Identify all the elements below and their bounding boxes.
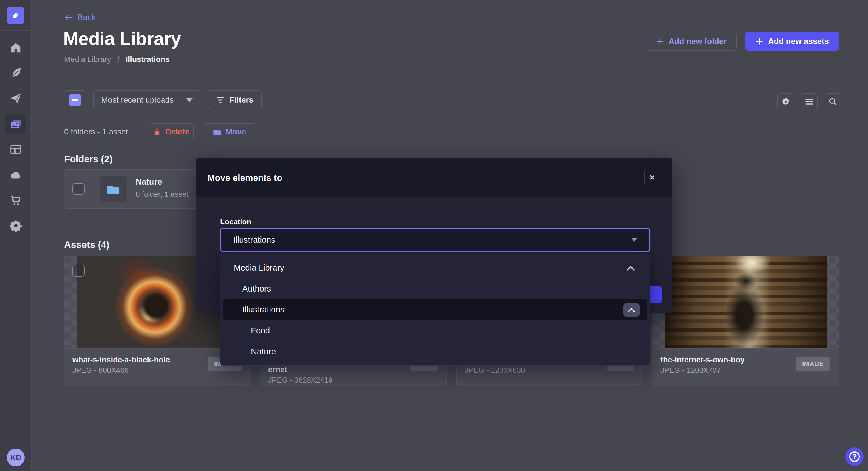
- settings-gear-icon: [781, 97, 791, 106]
- folder-name: Nature: [136, 177, 162, 187]
- sidebar-item-home[interactable]: [5, 38, 26, 58]
- feather-icon: [9, 66, 23, 79]
- asset-card-internets-own-boy[interactable]: the-internet-s-own-boy JPEG - 1200X707 I…: [652, 256, 839, 386]
- user-avatar[interactable]: KD: [7, 448, 25, 466]
- asset-title: what-s-inside-a-black-hole: [72, 356, 170, 365]
- asset-card-footer: the-internet-s-own-boy JPEG - 1200X707 I…: [652, 348, 839, 386]
- location-select-value: Illustrations: [233, 235, 275, 245]
- sidebar-item-marketplace[interactable]: [5, 190, 26, 210]
- breadcrumb-separator: /: [117, 55, 120, 64]
- add-new-folder-button[interactable]: Add new folder: [646, 32, 737, 51]
- sidebar-item-content-type-builder[interactable]: [5, 139, 26, 159]
- assets-heading: Assets (4): [64, 239, 110, 250]
- close-icon: [648, 174, 656, 181]
- dropdown-option-food[interactable]: Food: [223, 320, 647, 341]
- home-icon: [9, 41, 23, 54]
- dropdown-option-media-library[interactable]: Media Library: [223, 257, 647, 278]
- strapi-logo-icon: [10, 10, 21, 21]
- layout-icon: [9, 143, 23, 156]
- plus-icon: [656, 37, 664, 45]
- asset-title: the-internet-s-own-boy: [660, 356, 744, 365]
- breadcrumb: Media Library / Illustrations: [64, 55, 169, 64]
- search-button[interactable]: [825, 93, 841, 110]
- modal-header: Move elements to: [196, 158, 672, 197]
- select-all-checkbox[interactable]: [64, 91, 86, 109]
- dropdown-option-label: Illustrations: [242, 305, 284, 314]
- paper-plane-icon: [9, 92, 23, 105]
- folder-thumbnail: [100, 176, 127, 202]
- add-new-folder-label: Add new folder: [669, 37, 726, 46]
- chevron-down-icon: [631, 238, 637, 241]
- chevron-down-icon: [186, 98, 192, 102]
- folder-checkbox[interactable]: [72, 183, 85, 195]
- move-label: Move: [226, 127, 246, 136]
- folder-icon: [107, 183, 120, 195]
- library-photo-image: [665, 257, 827, 348]
- dropdown-option-illustrations[interactable]: Illustrations: [223, 299, 647, 320]
- media-library-screen: KD Back Media Library Media Library / Il…: [0, 0, 868, 471]
- page-title: Media Library: [63, 28, 181, 49]
- asset-checkbox[interactable]: [72, 265, 85, 276]
- filters-button[interactable]: Filters: [208, 91, 261, 109]
- asset-title: ernet: [268, 365, 287, 374]
- location-label: Location: [220, 217, 251, 226]
- dropdown-option-nature[interactable]: Nature: [223, 341, 647, 362]
- cloud-icon: [9, 168, 23, 181]
- breadcrumb-parent[interactable]: Media Library: [64, 55, 111, 64]
- back-link[interactable]: Back: [64, 13, 96, 22]
- plus-icon: [755, 37, 764, 45]
- chevron-up-icon: [627, 307, 636, 313]
- move-button[interactable]: Move: [204, 124, 255, 140]
- sidebar-item-settings[interactable]: [5, 216, 26, 236]
- filters-label: Filters: [229, 95, 253, 105]
- view-settings-button[interactable]: [777, 93, 794, 110]
- folders-heading: Folders (2): [64, 154, 113, 165]
- delete-label: Delete: [165, 127, 189, 136]
- sort-dropdown[interactable]: Most recent uploads: [93, 91, 200, 109]
- list-view-icon: [805, 98, 814, 106]
- asset-meta: JPEG - 800X466: [72, 366, 128, 375]
- back-label: Back: [77, 13, 96, 22]
- sidebar-item-content[interactable]: [5, 63, 26, 83]
- asset-type-badge: IMAGE: [796, 357, 830, 371]
- trash-icon: [153, 128, 161, 136]
- dropdown-option-label: Media Library: [234, 263, 284, 273]
- dropdown-option-label: Authors: [242, 284, 271, 294]
- dropdown-option-authors[interactable]: Authors: [223, 278, 647, 299]
- collapse-children-button[interactable]: [623, 303, 640, 317]
- sidebar-divider: [0, 30, 32, 31]
- sidebar-item-releases[interactable]: [5, 89, 26, 108]
- indeterminate-checkbox-icon: [69, 94, 81, 106]
- add-new-assets-label: Add new assets: [768, 37, 829, 46]
- folder-meta: 0 folder, 1 asset: [136, 190, 189, 199]
- filter-icon: [216, 96, 225, 104]
- dropdown-option-label: Nature: [251, 347, 276, 357]
- header-actions: Add new folder Add new assets: [646, 32, 839, 51]
- sidebar-item-cloud[interactable]: [5, 165, 26, 185]
- asset-meta: JPEG - 1200X707: [660, 366, 721, 375]
- asset-meta: JPEG - 3628X2419: [268, 376, 333, 384]
- back-arrow-icon: [64, 14, 73, 21]
- modal-title: Move elements to: [208, 173, 282, 183]
- list-view-button[interactable]: [801, 93, 818, 110]
- help-button[interactable]: ?: [845, 447, 864, 466]
- asset-meta: JPEG - 1200X630: [465, 366, 525, 375]
- cart-icon: [9, 194, 23, 207]
- chevron-up-icon[interactable]: [626, 265, 636, 271]
- images-icon: [9, 117, 23, 131]
- location-select[interactable]: Illustrations: [220, 228, 650, 252]
- sidebar-item-media-library[interactable]: [5, 114, 26, 134]
- add-new-assets-button[interactable]: Add new assets: [745, 32, 839, 51]
- asset-thumbnail: [652, 257, 839, 348]
- location-dropdown: Media Library Authors Illustrations Food…: [220, 254, 650, 366]
- dropdown-option-label: Food: [251, 326, 270, 335]
- search-icon: [828, 97, 838, 106]
- close-modal-button[interactable]: [644, 170, 660, 185]
- selection-summary: 0 folders - 1 asset: [64, 124, 128, 140]
- strapi-logo[interactable]: [7, 7, 25, 25]
- delete-button[interactable]: Delete: [149, 124, 194, 140]
- breadcrumb-current: Illustrations: [126, 55, 169, 64]
- sidebar: KD: [0, 0, 32, 471]
- gear-icon: [9, 219, 23, 232]
- sort-value: Most recent uploads: [101, 95, 174, 105]
